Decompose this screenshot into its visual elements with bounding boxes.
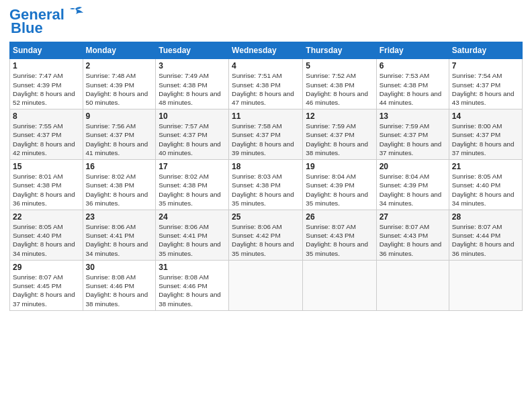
calendar-week-row: 29 Sunrise: 8:07 AMSunset: 4:45 PMDaylig… [10,260,523,310]
day-number: 3 [159,61,226,71]
day-number: 6 [380,61,446,71]
day-detail: Sunrise: 7:51 AMSunset: 4:38 PMDaylight:… [232,71,300,107]
day-number: 14 [452,111,519,121]
day-number: 23 [86,212,153,222]
calendar-cell: 25 Sunrise: 8:06 AMSunset: 4:42 PMDaylig… [229,210,303,261]
calendar-cell [229,260,303,310]
page-container: General Blue SundayMondayTuesdayWednesda… [0,0,532,316]
day-detail: Sunrise: 8:08 AMSunset: 4:46 PMDaylight:… [159,273,226,308]
day-number: 28 [452,212,519,222]
day-detail: Sunrise: 8:07 AMSunset: 4:43 PMDaylight:… [306,222,373,258]
calendar-cell: 28 Sunrise: 8:07 AMSunset: 4:44 PMDaylig… [449,210,522,261]
day-number: 27 [380,212,446,222]
day-number: 10 [159,111,226,121]
calendar-cell: 7 Sunrise: 7:54 AMSunset: 4:37 PMDayligh… [449,59,522,109]
day-detail: Sunrise: 7:57 AMSunset: 4:37 PMDaylight:… [159,122,226,157]
day-number: 22 [13,212,80,222]
day-number: 9 [86,111,153,121]
day-detail: Sunrise: 8:02 AMSunset: 4:38 PMDaylight:… [159,172,226,208]
day-detail: Sunrise: 8:08 AMSunset: 4:46 PMDaylight:… [86,273,153,308]
day-detail: Sunrise: 8:05 AMSunset: 4:40 PMDaylight:… [452,172,519,208]
calendar-cell: 6 Sunrise: 7:53 AMSunset: 4:38 PMDayligh… [376,59,449,109]
day-detail: Sunrise: 8:07 AMSunset: 4:43 PMDaylight:… [380,222,446,258]
day-number: 25 [232,212,300,222]
day-detail: Sunrise: 7:56 AMSunset: 4:37 PMDaylight:… [86,122,153,157]
weekday-header: Wednesday [229,42,303,59]
day-number: 30 [86,263,153,272]
day-detail: Sunrise: 7:52 AMSunset: 4:38 PMDaylight:… [306,71,373,107]
calendar-week-row: 1 Sunrise: 7:47 AMSunset: 4:39 PMDayligh… [10,59,523,109]
calendar-cell: 10 Sunrise: 7:57 AMSunset: 4:37 PMDaylig… [156,109,229,160]
calendar-cell: 17 Sunrise: 8:02 AMSunset: 4:38 PMDaylig… [156,160,229,210]
weekday-header: Sunday [10,42,83,59]
day-number: 29 [13,263,80,272]
day-detail: Sunrise: 7:59 AMSunset: 4:37 PMDaylight:… [306,122,373,157]
day-detail: Sunrise: 8:07 AMSunset: 4:44 PMDaylight:… [452,222,519,258]
calendar-cell: 9 Sunrise: 7:56 AMSunset: 4:37 PMDayligh… [83,109,156,160]
calendar-cell: 2 Sunrise: 7:48 AMSunset: 4:39 PMDayligh… [83,59,156,109]
weekday-header: Saturday [449,42,522,59]
calendar-cell: 26 Sunrise: 8:07 AMSunset: 4:43 PMDaylig… [303,210,376,261]
calendar-table: SundayMondayTuesdayWednesdayThursdayFrid… [9,42,523,310]
day-number: 16 [86,162,153,171]
day-detail: Sunrise: 8:05 AMSunset: 4:40 PMDaylight:… [13,222,80,258]
calendar-cell: 29 Sunrise: 8:07 AMSunset: 4:45 PMDaylig… [10,260,83,310]
calendar-cell: 23 Sunrise: 8:06 AMSunset: 4:41 PMDaylig… [83,210,156,261]
logo: General Blue [9,7,85,36]
weekday-header: Thursday [303,42,376,59]
calendar-cell: 31 Sunrise: 8:08 AMSunset: 4:46 PMDaylig… [156,260,229,310]
day-number: 8 [13,111,80,121]
day-number: 5 [306,61,373,71]
calendar-cell: 4 Sunrise: 7:51 AMSunset: 4:38 PMDayligh… [229,59,303,109]
day-number: 1 [13,61,80,71]
calendar-cell: 3 Sunrise: 7:49 AMSunset: 4:38 PMDayligh… [156,59,229,109]
calendar-cell: 27 Sunrise: 8:07 AMSunset: 4:43 PMDaylig… [376,210,449,261]
day-number: 12 [306,111,373,121]
calendar-cell: 5 Sunrise: 7:52 AMSunset: 4:38 PMDayligh… [303,59,376,109]
calendar-cell: 8 Sunrise: 7:55 AMSunset: 4:37 PMDayligh… [10,109,83,160]
header: General Blue [9,7,523,36]
calendar-header-row: SundayMondayTuesdayWednesdayThursdayFrid… [10,42,523,59]
day-detail: Sunrise: 8:04 AMSunset: 4:39 PMDaylight:… [380,172,446,208]
weekday-header: Tuesday [156,42,229,59]
day-detail: Sunrise: 7:47 AMSunset: 4:39 PMDaylight:… [13,71,80,107]
day-number: 21 [452,162,519,171]
day-number: 20 [380,162,446,171]
day-number: 2 [86,61,153,71]
calendar-cell: 14 Sunrise: 8:00 AMSunset: 4:37 PMDaylig… [449,109,522,160]
logo-blue-text: Blue [11,20,43,36]
calendar-cell: 22 Sunrise: 8:05 AMSunset: 4:40 PMDaylig… [10,210,83,261]
day-detail: Sunrise: 7:48 AMSunset: 4:39 PMDaylight:… [86,71,153,107]
logo-bird-icon [66,6,85,21]
day-number: 19 [306,162,373,171]
day-detail: Sunrise: 7:58 AMSunset: 4:37 PMDaylight:… [232,122,300,157]
day-number: 4 [232,61,300,71]
day-number: 17 [159,162,226,171]
calendar-cell: 12 Sunrise: 7:59 AMSunset: 4:37 PMDaylig… [303,109,376,160]
day-detail: Sunrise: 8:02 AMSunset: 4:38 PMDaylight:… [86,172,153,208]
day-detail: Sunrise: 7:55 AMSunset: 4:37 PMDaylight:… [13,122,80,157]
calendar-cell: 24 Sunrise: 8:06 AMSunset: 4:41 PMDaylig… [156,210,229,261]
day-number: 15 [13,162,80,171]
day-number: 7 [452,61,519,71]
day-detail: Sunrise: 7:59 AMSunset: 4:37 PMDaylight:… [380,122,446,157]
calendar-cell: 13 Sunrise: 7:59 AMSunset: 4:37 PMDaylig… [376,109,449,160]
calendar-cell: 19 Sunrise: 8:04 AMSunset: 4:39 PMDaylig… [303,160,376,210]
calendar-cell: 15 Sunrise: 8:01 AMSunset: 4:38 PMDaylig… [10,160,83,210]
day-detail: Sunrise: 7:49 AMSunset: 4:38 PMDaylight:… [159,71,226,107]
calendar-cell: 30 Sunrise: 8:08 AMSunset: 4:46 PMDaylig… [83,260,156,310]
day-detail: Sunrise: 7:53 AMSunset: 4:38 PMDaylight:… [380,71,446,107]
calendar-cell [449,260,522,310]
day-detail: Sunrise: 8:00 AMSunset: 4:37 PMDaylight:… [452,122,519,157]
calendar-cell: 1 Sunrise: 7:47 AMSunset: 4:39 PMDayligh… [10,59,83,109]
calendar-cell [376,260,449,310]
calendar-cell: 11 Sunrise: 7:58 AMSunset: 4:37 PMDaylig… [229,109,303,160]
calendar-cell: 18 Sunrise: 8:03 AMSunset: 4:38 PMDaylig… [229,160,303,210]
day-number: 11 [232,111,300,121]
calendar-week-row: 22 Sunrise: 8:05 AMSunset: 4:40 PMDaylig… [10,210,523,261]
day-number: 31 [159,263,226,272]
day-detail: Sunrise: 8:04 AMSunset: 4:39 PMDaylight:… [306,172,373,208]
calendar-cell: 16 Sunrise: 8:02 AMSunset: 4:38 PMDaylig… [83,160,156,210]
day-detail: Sunrise: 8:01 AMSunset: 4:38 PMDaylight:… [13,172,80,208]
day-detail: Sunrise: 8:06 AMSunset: 4:41 PMDaylight:… [86,222,153,258]
